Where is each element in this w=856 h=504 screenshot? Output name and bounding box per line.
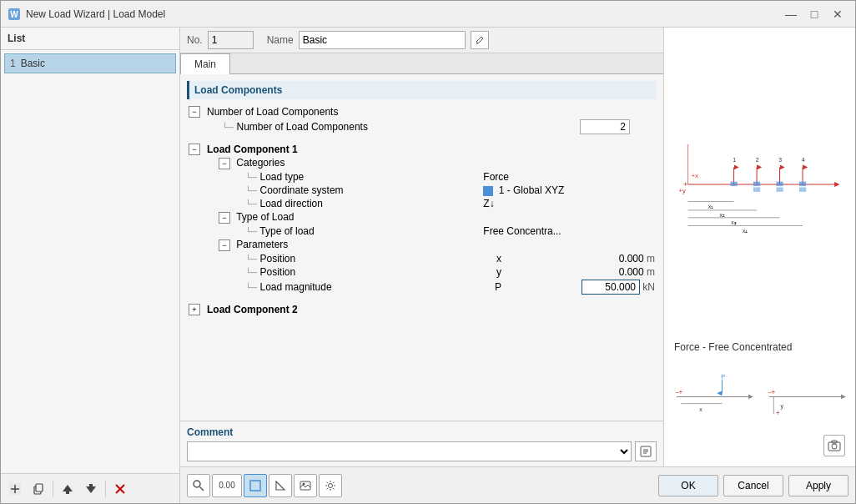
move-up-button[interactable]: [57, 478, 78, 500]
svg-text:1: 1: [733, 157, 736, 163]
add-button[interactable]: [4, 478, 26, 500]
apply-button[interactable]: Apply: [788, 475, 848, 496]
svg-text:+x: +x: [692, 172, 698, 179]
settings-button[interactable]: [319, 474, 342, 497]
viz-yz-diagram: − + y +: [763, 356, 849, 431]
svg-rect-8: [66, 491, 69, 494]
select-button[interactable]: [244, 474, 267, 497]
svg-rect-32: [753, 182, 760, 186]
load-direction-label: Load direction: [260, 198, 323, 209]
num-components-group-label: Number of Load Components: [207, 106, 338, 118]
name-input[interactable]: [299, 31, 466, 49]
window-title: New Load Wizard | Load Model: [26, 8, 780, 20]
component2-title: Load Component 2: [207, 304, 298, 315]
form-header: No. Name: [180, 28, 663, 53]
position-x-value: 0.000: [619, 253, 644, 265]
list-item[interactable]: 1 Basic: [4, 53, 176, 73]
num-components-label: Number of Load Components: [237, 121, 368, 133]
viz-label: Force - Free Concentrated: [671, 335, 848, 356]
svg-text:x₁: x₁: [708, 204, 713, 209]
image-button[interactable]: [294, 474, 317, 497]
list-content: 1 Basic: [1, 50, 179, 473]
minimize-button[interactable]: —: [780, 6, 802, 23]
position-y-axis: y: [496, 266, 501, 278]
svg-rect-36: [776, 187, 783, 191]
load-magnitude-row: └─ Load magnitude P kN: [187, 279, 657, 295]
comment-select[interactable]: [187, 441, 632, 461]
svg-text:x₄: x₄: [743, 228, 748, 234]
viz-bottom: − + P x: [671, 356, 848, 431]
angle-button[interactable]: [269, 474, 292, 497]
ok-button[interactable]: OK: [658, 475, 718, 496]
list-header: List: [1, 28, 179, 50]
position-y-unit: m: [647, 266, 655, 278]
comment-section: Comment: [180, 421, 663, 466]
tab-main[interactable]: Main: [180, 53, 230, 74]
num-components-toggle[interactable]: −: [189, 106, 200, 118]
load-diagram-top: +x +y + 1 2 3 4: [671, 109, 848, 260]
load-type-row: └─ Load type Force: [187, 170, 657, 184]
svg-text:+: +: [771, 389, 775, 396]
delete-button[interactable]: [109, 478, 131, 500]
type-label: Type of load: [259, 225, 314, 237]
comment-action-button[interactable]: [635, 441, 657, 461]
edit-name-button[interactable]: [471, 31, 489, 49]
svg-text:P: P: [721, 373, 725, 381]
app-icon: W: [8, 8, 21, 21]
search-button[interactable]: [187, 474, 210, 497]
no-input[interactable]: [208, 31, 254, 49]
cancel-button[interactable]: Cancel: [723, 475, 783, 496]
svg-rect-6: [36, 484, 43, 491]
svg-marker-9: [86, 486, 96, 493]
load-magnitude-unit: kN: [642, 281, 655, 293]
load-components-section: Load Components − Number of Load Compone…: [187, 81, 657, 316]
component1-toggle[interactable]: −: [189, 144, 200, 155]
svg-text:2: 2: [756, 157, 759, 163]
parameters-row: − Parameters: [187, 238, 657, 252]
position-y-value: 0.000: [619, 266, 644, 278]
move-down-button[interactable]: [80, 478, 102, 500]
svg-text:3: 3: [778, 157, 782, 163]
load-magnitude-input[interactable]: [582, 280, 640, 295]
list-item-label: Basic: [21, 58, 45, 69]
svg-text:4: 4: [802, 157, 805, 163]
close-button[interactable]: ✕: [827, 6, 848, 23]
dialog-buttons: OK Cancel Apply: [658, 475, 848, 496]
viz-top: +x +y + 1 2 3 4: [671, 34, 848, 335]
svg-point-62: [194, 481, 200, 487]
svg-rect-64: [250, 481, 260, 491]
type-of-load-title: Type of Load: [236, 211, 294, 223]
form-area: No. Name Main: [180, 28, 855, 466]
coord-system-value: 1 - Global XYZ: [499, 184, 565, 196]
name-field-group: Name: [267, 31, 489, 49]
svg-text:x: x: [699, 406, 702, 412]
svg-text:+: +: [776, 410, 780, 417]
component2-toggle[interactable]: +: [189, 304, 200, 315]
load-direction-row: └─ Load direction Z↓: [187, 197, 657, 210]
right-panel: No. Name Main: [180, 28, 855, 503]
form-body: Load Components − Number of Load Compone…: [180, 74, 663, 421]
coord-system-label: Coordinate system: [260, 184, 344, 196]
load-type-label: Load type: [260, 171, 305, 183]
load-magnitude-label: Load magnitude: [260, 281, 332, 293]
no-field-group: No.: [187, 31, 254, 49]
svg-text:x₂: x₂: [719, 212, 724, 218]
separator2: [105, 481, 106, 497]
viz-panel: +x +y + 1 2 3 4: [664, 28, 855, 466]
categories-row: − Categories: [187, 156, 657, 170]
parameters-toggle[interactable]: −: [219, 239, 230, 251]
bottom-toolbar: 0.00: [187, 474, 342, 497]
title-bar: W New Load Wizard | Load Model — □ ✕: [1, 1, 855, 28]
viz-xz-diagram: − + P x: [671, 356, 757, 431]
svg-marker-7: [63, 485, 73, 491]
categories-toggle[interactable]: −: [219, 158, 230, 169]
position-x-unit: m: [647, 253, 655, 265]
decimal-button[interactable]: 0.00: [212, 474, 242, 497]
viz-camera-button[interactable]: [823, 435, 845, 456]
copy-button[interactable]: [28, 478, 49, 500]
svg-rect-35: [753, 187, 760, 191]
num-components-input[interactable]: [580, 119, 630, 134]
restore-button[interactable]: □: [803, 6, 825, 23]
type-of-load-toggle[interactable]: −: [219, 212, 230, 224]
component2-header-row: + Load Component 2: [187, 302, 657, 316]
